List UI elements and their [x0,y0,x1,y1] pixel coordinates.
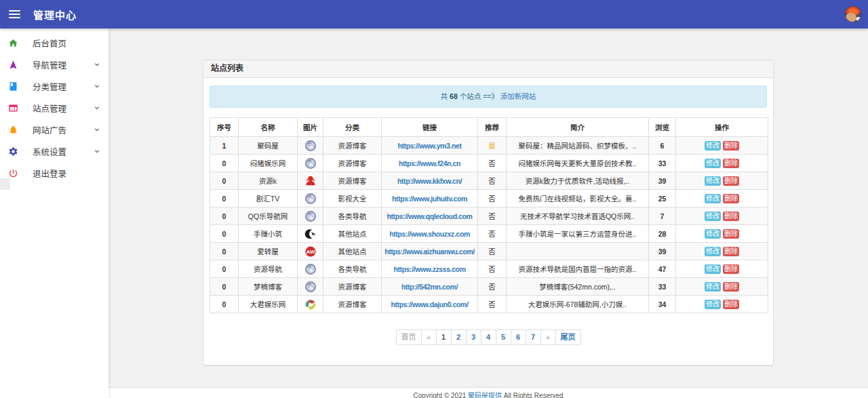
cell-actions: 修改删除 [676,225,768,243]
site-link[interactable]: https://www.zzsss.com [393,265,465,273]
site-link[interactable]: https://www.aizhuanwu.com/ [384,247,475,256]
site-link[interactable]: http://542mn.com/ [401,283,458,291]
page-尾页[interactable]: 尾页 [556,330,581,345]
delete-button[interactable]: 删除 [723,212,739,221]
sidebar-item-7[interactable]: 退出登录 [0,162,108,184]
cell-actions: 修改删除 [676,155,768,172]
cell-name: 梦楠博客 [239,278,298,296]
page-首页[interactable]: 首页 [396,330,422,345]
edit-button[interactable]: 修改 [705,212,721,221]
page-»[interactable]: » [541,330,556,345]
cell-category: 资源博客 [323,155,382,172]
edit-button[interactable]: 修改 [705,159,721,168]
page-1[interactable]: 1 [437,330,452,345]
menu-icon[interactable] [9,7,22,21]
sidebar-item-3[interactable]: 分类管理 [0,75,108,97]
cell-no: 0 [210,296,239,313]
chevron-down-icon [93,60,101,68]
sidebar-item-4[interactable]: 站点管理 [0,97,108,119]
page-5[interactable]: 5 [496,330,511,345]
cell-intro: 无技术不导航学习技术首选QQ乐网.. [507,207,649,225]
copyright-suffix: All Rights Reserved [502,392,564,398]
site-link[interactable]: https://www.f24n.cn [399,159,460,167]
site-link[interactable]: https://www.juhuitv.com [392,195,467,203]
chevron-down-icon [93,125,101,134]
site-link[interactable]: http://www.kkfxw.cn/ [397,177,462,185]
site-list-panel: 站点列表 共 68 个站点 ==》 添加新网站 序号名称图片分类链接推荐简介浏览… [203,60,774,365]
cell-favicon [298,207,323,225]
delete-button[interactable]: 删除 [723,264,739,274]
col-header-1: 序号 [210,118,239,137]
cell-name: 爱转屋 [239,243,298,260]
chevron-down-icon [93,104,101,112]
alert-middle: 个站点 ==》 [458,92,500,100]
add-site-link[interactable]: 添加新网站 [500,92,536,100]
delete-button[interactable]: 删除 [723,194,739,203]
cell-category: 资源博客 [323,172,382,190]
cell-favicon [298,172,323,190]
sidebar-item-label: 系统设置 [33,145,66,158]
site-link[interactable]: https://www.shouzxz.com [389,230,470,238]
cell-recommend: 否 [478,296,507,313]
globe-favicon [304,281,317,293]
cell-no: 1 [210,137,239,155]
cell-recommend: 否 [478,278,507,296]
cell-views: 33 [649,155,676,172]
page-4[interactable]: 4 [481,330,496,345]
delete-button[interactable]: 删除 [723,282,739,292]
page-7[interactable]: 7 [526,330,541,345]
globe-favicon [304,263,317,275]
cell-name: 资源k [239,172,298,190]
sidebar-item-2[interactable]: 导航管理 [0,54,108,75]
edit-button[interactable]: 修改 [705,282,721,292]
cell-name: 手赚小筑 [239,225,298,243]
cell-recommend: 否 [478,225,507,243]
cell-name: 大君娱乐网 [239,296,298,313]
bell-icon [8,125,18,135]
cell-no: 0 [210,207,239,225]
delete-button[interactable]: 删除 [723,247,739,256]
cell-name: 聚码屋 [239,137,298,155]
cell-recommend: 否 [478,172,507,190]
table-row: 0爱转屋AW其他站点https://www.aizhuanwu.com/否39修… [210,243,768,260]
cell-recommend: 否 [478,190,507,207]
page-6[interactable]: 6 [511,330,526,345]
cell-name: 闷猪娱乐网 [239,155,298,172]
edit-button[interactable]: 修改 [705,176,721,186]
cell-favicon [298,225,323,243]
table-row: 0大君娱乐网资源博客https://www.dajun0.com/否大君娱乐网-… [210,296,768,313]
edit-button[interactable]: 修改 [705,194,721,203]
sidebar-item-label: 导航管理 [33,58,66,71]
site-link[interactable]: https://www.dajun0.com/ [391,300,468,309]
site-link[interactable]: https://www.qqlecloud.com [387,212,472,220]
edit-button[interactable]: 修改 [705,247,721,256]
cell-actions: 修改删除 [676,207,768,225]
table-row: 0手赚小筑其他站点https://www.shouzxz.com否手赚小筑是一家… [210,225,768,243]
delete-button[interactable]: 删除 [723,300,739,309]
delete-button[interactable]: 删除 [723,159,739,168]
page-2[interactable]: 2 [452,330,467,345]
edit-button[interactable]: 修改 [705,300,721,309]
delete-button[interactable]: 删除 [723,141,739,151]
avatar[interactable] [845,6,861,22]
cell-no: 0 [210,225,239,243]
cell-category: 各类导航 [323,260,382,278]
globe-favicon [304,193,317,205]
collapsed-widget[interactable] [0,178,10,190]
site-link[interactable]: https://www.ym3.net [397,142,461,150]
page-3[interactable]: 3 [467,330,481,345]
table-row: 0闷猪娱乐网资源博客https://www.f24n.cn否闷猪娱乐网每天更新大… [210,155,768,172]
col-header-7: 简介 [507,118,649,137]
footer-link[interactable]: 聚码屋提供 [468,392,502,398]
sidebar-item-5[interactable]: 网站广告 [0,119,108,140]
delete-button[interactable]: 删除 [723,176,739,186]
cell-intro: 闷猪娱乐网每天更新大量原创技术教.. [507,155,649,172]
page-«[interactable]: « [422,330,437,345]
sidebar-item-6[interactable]: 系统设置 [0,140,108,162]
svg-text:AW: AW [306,249,315,255]
edit-button[interactable]: 修改 [705,229,721,239]
edit-button[interactable]: 修改 [705,264,721,274]
delete-button[interactable]: 删除 [723,229,739,239]
sidebar-item-1[interactable]: 后台首页 [0,32,108,54]
edit-button[interactable]: 修改 [705,141,721,151]
